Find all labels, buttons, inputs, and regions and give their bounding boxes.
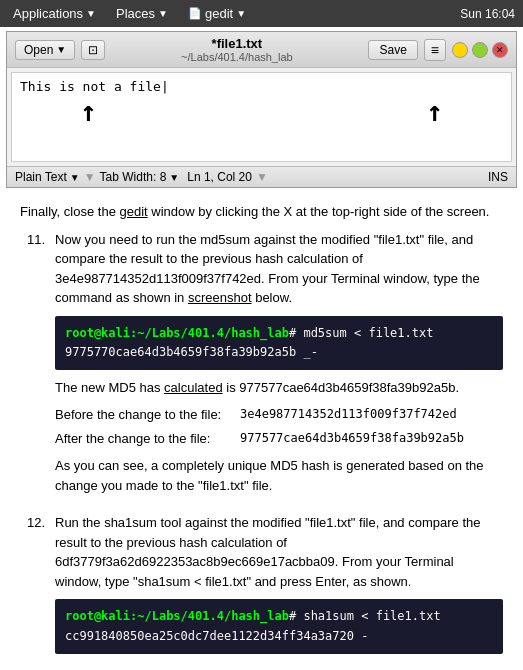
item-11-number: 11. [20, 230, 45, 504]
calculated-link[interactable]: calculated [164, 380, 223, 395]
screenshot-link[interactable]: screenshot [188, 290, 252, 305]
item-12-text: Run the sha1sum tool against the modifie… [55, 513, 503, 591]
places-label: Places [116, 6, 155, 21]
summary-text: As you can see, a completely unique MD5 … [55, 456, 503, 495]
after-value: 977577cae64d3b4659f38fa39b92a5b [240, 429, 464, 449]
terminal2-command: # sha1sum < file1.txt [289, 609, 441, 623]
time-display: Sun 16:04 [460, 7, 515, 21]
item-12-number: 12. [20, 513, 45, 661]
editor-filename: *file1.txt [111, 36, 362, 51]
terminal-block-2: root@kali:~/Labs/401.4/hash_lab# sha1sum… [55, 599, 503, 653]
minimize-button[interactable] [452, 42, 468, 58]
item-11-content: Now you need to run the md5sum against t… [55, 230, 503, 504]
position-label: Ln 1, Col 20 [187, 170, 252, 184]
close-button[interactable]: ✕ [492, 42, 508, 58]
save-button[interactable]: Save [368, 40, 417, 60]
gedit-menu[interactable]: 📄 gedit ▼ [183, 4, 251, 23]
terminal1-output: 9775770cae64d3b4659f38fa39b92a5b _- [65, 345, 318, 359]
arrow-up-right: ↑ [426, 98, 443, 126]
menu-bar: Applications ▼ Places ▼ 📄 gedit ▼ Sun 16… [0, 0, 523, 27]
terminal2-output: cc991840850ea25c0dc7dee1122d34ff34a3a720… [65, 629, 368, 643]
open-chevron: ▼ [56, 44, 66, 55]
terminal2-prompt: root@kali:~/Labs/401.4/hash_lab [65, 609, 289, 623]
gedit-label: gedit [205, 6, 233, 21]
applications-chevron: ▼ [86, 8, 96, 19]
before-row: Before the change to the file: 3e4e98771… [55, 405, 503, 425]
md5-value: 977577cae64d3b4659f38fa39b92a5b [239, 380, 455, 395]
arrow-up-left: ↑ [80, 98, 97, 126]
editor-menu-button[interactable]: ≡ [424, 39, 446, 61]
window-controls: ✕ [452, 42, 508, 58]
item-11: 11. Now you need to run the md5sum again… [20, 230, 503, 504]
places-menu[interactable]: Places ▼ [111, 4, 173, 23]
terminal-block-1: root@kali:~/Labs/401.4/hash_lab# md5sum … [55, 316, 503, 370]
arrows-row: ↑ ↑ [20, 98, 503, 126]
editor-window: Open ▼ ⊡ *file1.txt ~/Labs/401.4/hash_la… [6, 31, 517, 188]
main-content: Finally, close the gedit window by click… [0, 192, 523, 670]
pin-button[interactable]: ⊡ [81, 40, 105, 60]
item-11-text: Now you need to run the md5sum against t… [55, 230, 503, 308]
gedit-link[interactable]: gedit [119, 204, 147, 219]
clock: Sun 16:04 [460, 7, 515, 21]
editor-filepath: ~/Labs/401.4/hash_lab [111, 51, 362, 63]
md5-result: The new MD5 has calculated is 977577cae6… [55, 378, 503, 398]
places-chevron: ▼ [158, 8, 168, 19]
item-12-content: Run the sha1sum tool against the modifie… [55, 513, 503, 661]
before-label: Before the change to the file: [55, 405, 240, 425]
intro-paragraph: Finally, close the gedit window by click… [20, 202, 503, 222]
tabwidth-label: Tab Width: 8 [100, 170, 167, 184]
editor-statusbar: Plain Text ▼ ▼ Tab Width: 8 ▼ Ln 1, Col … [7, 166, 516, 187]
ins-status: INS [488, 170, 508, 184]
tabwidth-status[interactable]: Tab Width: 8 ▼ [100, 170, 180, 184]
gedit-chevron: ▼ [236, 8, 246, 19]
before-value: 3e4e987714352d113f009f37f742ed [240, 405, 457, 425]
tabwidth-chevron: ▼ [169, 172, 179, 183]
sep1: ▼ [84, 170, 96, 184]
gedit-icon: 📄 [188, 7, 202, 20]
format-label: Plain Text [15, 170, 67, 184]
save-label: Save [379, 43, 406, 57]
editor-content[interactable]: This is not a file| ↑ ↑ [11, 72, 512, 162]
open-button[interactable]: Open ▼ [15, 40, 75, 60]
pin-icon: ⊡ [88, 43, 98, 57]
editor-text: This is not a file| [20, 79, 503, 94]
editor-title-center: *file1.txt ~/Labs/401.4/hash_lab [111, 36, 362, 63]
editor-titlebar: Open ▼ ⊡ *file1.txt ~/Labs/401.4/hash_la… [7, 32, 516, 68]
maximize-button[interactable] [472, 42, 488, 58]
terminal1-prompt: root@kali:~/Labs/401.4/hash_lab [65, 326, 289, 340]
after-row: After the change to the file: 977577cae6… [55, 429, 503, 449]
position-status: Ln 1, Col 20 [187, 170, 252, 184]
sep3: ▼ [256, 170, 268, 184]
after-label: After the change to the file: [55, 429, 240, 449]
ins-label: INS [488, 170, 508, 184]
comparison-table: Before the change to the file: 3e4e98771… [55, 405, 503, 448]
format-status[interactable]: Plain Text ▼ [15, 170, 80, 184]
item-12: 12. Run the sha1sum tool against the mod… [20, 513, 503, 661]
format-chevron: ▼ [70, 172, 80, 183]
applications-menu[interactable]: Applications ▼ [8, 4, 101, 23]
applications-label: Applications [13, 6, 83, 21]
terminal1-command: # md5sum < file1.txt [289, 326, 434, 340]
open-label: Open [24, 43, 53, 57]
